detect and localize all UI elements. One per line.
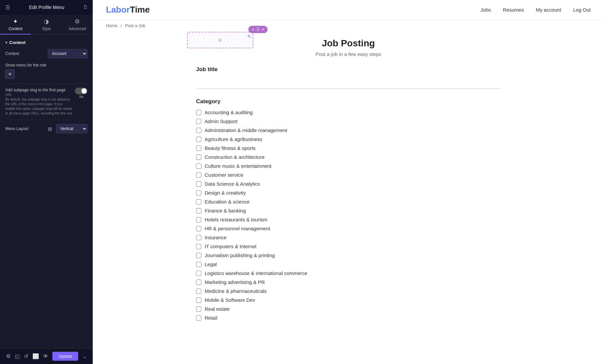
page-body: Job Posting Post a job in a few easy ste… (183, 31, 514, 343)
category-checkbox-12[interactable] (196, 217, 201, 222)
category-item: Medicine & pharmaceuticals (196, 288, 501, 294)
left-panel: ☰ Edit Profile Menu ⠿ ✦ Content ◑ Style … (0, 0, 93, 364)
context-select[interactable]: Account Global User (48, 49, 87, 58)
job-title-input[interactable] (196, 76, 501, 89)
category-checkbox-15[interactable] (196, 244, 201, 249)
category-checkbox-14[interactable] (196, 235, 201, 240)
chevron-down-icon[interactable]: ⌄ (82, 353, 87, 359)
category-checkbox-13[interactable] (196, 226, 201, 231)
menu-layout-label: Menu Layout (5, 126, 45, 131)
grid-icon[interactable]: ⠿ (83, 4, 87, 11)
menu-widget-edit-icon[interactable]: ✎ (247, 34, 251, 39)
history-footer-icon[interactable]: ↺ (24, 353, 28, 359)
category-item-label: Accounting & auditing (205, 110, 253, 115)
content-tab-label: Content (9, 26, 23, 31)
category-item: Mobile & Software Dev (196, 297, 501, 303)
widget-move-button[interactable]: ⠿ (256, 27, 260, 32)
style-tab-icon: ◑ (44, 18, 49, 25)
category-checkbox-4[interactable] (196, 146, 201, 151)
category-checkbox-20[interactable] (196, 289, 201, 294)
category-item: Admin Support (196, 118, 501, 124)
category-checkbox-19[interactable] (196, 280, 201, 285)
category-item-label: Admin Support (205, 118, 237, 124)
category-checkbox-8[interactable] (196, 181, 201, 187)
nav-my-account[interactable]: My account (536, 7, 561, 13)
category-item-label: Construction & architecture (205, 154, 265, 160)
breadcrumb-home[interactable]: Home (106, 23, 118, 28)
category-item-label: Beauty fitness & sports (205, 145, 255, 151)
eye-footer-icon[interactable]: 👁 (43, 353, 48, 359)
menu-layout-select[interactable]: Vertical Horizontal (56, 124, 87, 133)
category-checkbox-22[interactable] (196, 306, 201, 312)
category-item-label: Journalism publishing & printing (205, 252, 275, 258)
category-item: Design & creativity (196, 190, 501, 196)
category-item: Legal (196, 261, 501, 267)
category-item-label: Administration & middle management (205, 127, 287, 133)
menu-widget-preview: ≡ ✎ (187, 32, 253, 48)
update-button[interactable]: Update (52, 352, 78, 361)
widget-close-button[interactable]: × (262, 27, 264, 32)
category-checkbox-1[interactable] (196, 119, 201, 124)
content-tab-icon: ✦ (13, 18, 18, 25)
category-item-label: Agriculture & agribusiness (205, 136, 262, 142)
toggle-no-label: No (79, 95, 84, 99)
widget-add-button[interactable]: + (252, 27, 254, 32)
category-checkbox-17[interactable] (196, 262, 201, 267)
advanced-tab-label: Advanced (69, 26, 86, 31)
hamburger-icon[interactable]: ☰ (5, 4, 10, 11)
content-section-title: ▾ Content (5, 40, 87, 45)
toggle-main-label: Add subpage slug to the first page (5, 88, 72, 92)
settings-footer-icon[interactable]: ⚙ (6, 353, 11, 359)
category-item-label: Real estate (205, 306, 230, 312)
category-checkbox-9[interactable] (196, 190, 201, 196)
context-row: Context Account Global User (5, 49, 87, 58)
navbar: LaborTime Jobs Resumes My account Log Ou… (93, 0, 604, 20)
category-checkbox-0[interactable] (196, 110, 201, 115)
category-item: Accounting & auditing (196, 110, 501, 115)
category-item-label: Education & science (205, 199, 250, 205)
nav-log-out[interactable]: Log Out (573, 7, 591, 13)
category-checkbox-21[interactable] (196, 297, 201, 303)
category-checkbox-6[interactable] (196, 163, 201, 169)
category-item: Real estate (196, 306, 501, 312)
divider-1 (5, 83, 87, 84)
category-checkbox-10[interactable] (196, 199, 201, 205)
menu-widget-placeholder-icon: ≡ (218, 36, 222, 44)
category-checkbox-23[interactable] (196, 315, 201, 321)
collapse-icon[interactable]: ▾ (5, 40, 7, 45)
job-title-label: Job title (196, 66, 501, 73)
main-content: + ⠿ × ≡ ✎ LaborTime Jobs Resumes My acco… (93, 0, 604, 364)
category-checkbox-18[interactable] (196, 271, 201, 276)
category-item-label: Culture music & entertainment (205, 163, 272, 169)
nav-jobs[interactable]: Jobs (480, 7, 491, 13)
category-item-label: Legal (205, 261, 217, 267)
tab-content[interactable]: ✦ Content (0, 15, 31, 34)
category-item: HR & personnel management (196, 226, 501, 231)
subpage-slug-toggle[interactable] (75, 88, 87, 94)
context-label: Context (5, 51, 45, 56)
panel-body: ▾ Content Context Account Global User Sh… (0, 35, 93, 348)
nav-resumes[interactable]: Resumes (503, 7, 524, 13)
category-checkbox-3[interactable] (196, 137, 201, 142)
category-item: Administration & middle management (196, 127, 501, 133)
add-role-button[interactable]: + (5, 69, 15, 79)
url-label: URL (5, 93, 72, 97)
device-footer-icon[interactable]: ⬜ (32, 353, 39, 359)
category-checkbox-16[interactable] (196, 253, 201, 258)
category-list: Accounting & auditingAdmin SupportAdmini… (196, 110, 501, 321)
category-checkbox-5[interactable] (196, 155, 201, 160)
category-label: Category (196, 98, 501, 105)
divider-2 (5, 120, 87, 120)
toggle-label-col: Add subpage slug to the first page URL B… (5, 88, 72, 116)
category-item-label: Medicine & pharmaceuticals (205, 288, 267, 294)
layers-footer-icon[interactable]: ◱ (15, 353, 20, 359)
tab-style[interactable]: ◑ Style (31, 15, 62, 34)
show-menu-label: Show menu for the role (5, 63, 87, 68)
category-checkbox-2[interactable] (196, 128, 201, 133)
category-item-label: Logistics warehouse & international comm… (205, 270, 307, 276)
menu-layout-icon: ▤ (48, 126, 52, 131)
category-checkbox-7[interactable] (196, 172, 201, 178)
category-checkbox-11[interactable] (196, 208, 201, 213)
logo-labor: Labor (106, 5, 130, 15)
tab-advanced[interactable]: ⚙ Advanced (62, 15, 93, 34)
